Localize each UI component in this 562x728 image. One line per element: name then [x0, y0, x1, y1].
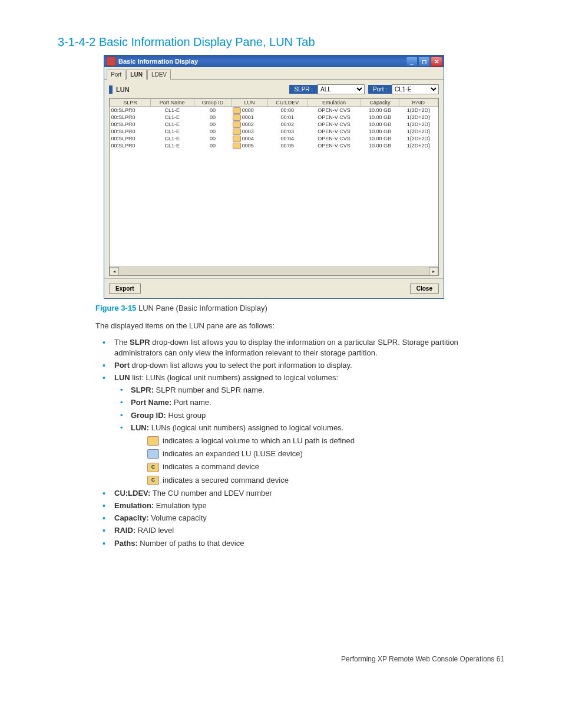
col-raid[interactable]: RAID: [399, 99, 438, 107]
bullet-list: The SLPR drop-down list allows you to di…: [95, 337, 504, 549]
cell-port: CL1-E: [151, 114, 194, 121]
cell-port: CL1-E: [151, 128, 194, 135]
cell-cap: 10.00 GB: [361, 121, 399, 128]
cell-gid: 00: [194, 114, 232, 121]
list-item: LUN list: LUNs (logical unit numbers) as…: [95, 373, 504, 486]
minimize-button[interactable]: _: [406, 57, 418, 67]
cell-cap: 10.00 GB: [361, 128, 399, 135]
cell-cap: 10.00 GB: [361, 142, 399, 149]
cell-raid: 1(2D+2D): [399, 114, 438, 121]
cell-slpr: 00:SLPR0: [110, 142, 151, 149]
port-dropdown[interactable]: CL1-E: [392, 84, 439, 94]
disk-icon: [233, 129, 241, 135]
table-row[interactable]: 00:SLPR0CL1-E00000400:04OPEN-V CVS10.00 …: [110, 135, 438, 142]
cell-port: CL1-E: [151, 107, 194, 114]
col-emulation[interactable]: Emulation: [308, 99, 361, 107]
command-device-icon: C: [147, 463, 159, 472]
scroll-left-icon[interactable]: ◂: [110, 267, 119, 276]
cell-raid: 1(2D+2D): [399, 121, 438, 128]
col-portname[interactable]: Port Name: [151, 99, 194, 107]
pane-marker: [109, 85, 113, 94]
cell-gid: 00: [194, 135, 232, 142]
tab-lun[interactable]: LUN: [126, 70, 147, 80]
cell-slpr: 00:SLPR0: [110, 107, 151, 114]
col-lun[interactable]: LUN: [232, 99, 267, 107]
lun-table: SLPR Port Name Group ID LUN CU:LDEV Emul…: [110, 98, 438, 149]
cell-gid: 00: [194, 121, 232, 128]
cell-emu: OPEN-V CVS: [308, 135, 361, 142]
luse-icon: [147, 449, 159, 459]
cell-emu: OPEN-V CVS: [308, 128, 361, 135]
table-header-row: SLPR Port Name Group ID LUN CU:LDEV Emul…: [110, 99, 438, 107]
tab-port[interactable]: Port: [107, 70, 125, 80]
list-item: Port drop-down list allows you to select…: [95, 360, 504, 371]
cell-emu: OPEN-V CVS: [308, 142, 361, 149]
list-item: CU:LDEV: The CU number and LDEV number: [95, 488, 504, 499]
list-item: Paths: Number of paths to that device: [95, 538, 504, 549]
app-icon: [107, 57, 116, 66]
pane-title: LUN: [116, 86, 130, 93]
tab-ldev[interactable]: LDEV: [147, 70, 171, 80]
figure-text: LUN Pane (Basic Information Display): [138, 304, 267, 312]
cell-culdev: 00:01: [267, 114, 307, 121]
table-row[interactable]: 00:SLPR0CL1-E00000300:03OPEN-V CVS10.00 …: [110, 128, 438, 135]
table-row[interactable]: 00:SLPR0CL1-E00000500:05OPEN-V CVS10.00 …: [110, 142, 438, 149]
close-button[interactable]: Close: [410, 284, 439, 294]
cell-slpr: 00:SLPR0: [110, 114, 151, 121]
icon-legend-text: indicates a secured command device: [163, 475, 289, 486]
icon-legend-row: indicates an expanded LU (LUSE device): [131, 449, 504, 459]
disk-icon: [233, 143, 241, 149]
cell-raid: 1(2D+2D): [399, 128, 438, 135]
icon-legend-text: indicates a command device: [163, 462, 259, 472]
col-slpr[interactable]: SLPR: [110, 99, 151, 107]
slpr-dropdown[interactable]: ALL: [318, 84, 365, 94]
table-row[interactable]: 00:SLPR0CL1-E00000200:02OPEN-V CVS10.00 …: [110, 121, 438, 128]
app-window: Basic Information Display _ ◻ ✕ Port LUN…: [104, 55, 444, 299]
list-item: Port Name: Port name.: [114, 397, 504, 408]
cell-cap: 10.00 GB: [361, 135, 399, 142]
cell-lun: 0001: [232, 114, 267, 121]
cell-raid: 1(2D+2D): [399, 135, 438, 142]
cell-culdev: 00:00: [267, 107, 307, 114]
icon-legend-row: C indicates a secured command device: [131, 475, 504, 486]
cell-lun: 0004: [232, 135, 267, 142]
disk-icon: [233, 107, 241, 114]
list-item: The SLPR drop-down list allows you to di…: [95, 337, 504, 358]
cell-emu: OPEN-V CVS: [308, 114, 361, 121]
maximize-button[interactable]: ◻: [418, 57, 430, 67]
list-item: Emulation: Emulation type: [95, 500, 504, 511]
scroll-track[interactable]: [119, 267, 429, 275]
col-groupid[interactable]: Group ID: [194, 99, 232, 107]
cell-emu: OPEN-V CVS: [308, 121, 361, 128]
horizontal-scrollbar[interactable]: ◂ ▸: [110, 266, 438, 275]
disk-icon: [233, 121, 241, 128]
table-row[interactable]: 00:SLPR0CL1-E00000100:01OPEN-V CVS10.00 …: [110, 114, 438, 121]
table-row[interactable]: 00:SLPR0CL1-E00000000:00OPEN-V CVS10.00 …: [110, 107, 438, 114]
disk-icon: [233, 114, 241, 121]
close-window-button[interactable]: ✕: [431, 57, 442, 67]
lun-table-wrap: SLPR Port Name Group ID LUN CU:LDEV Emul…: [109, 98, 439, 276]
cell-port: CL1-E: [151, 121, 194, 128]
cell-culdev: 00:03: [267, 128, 307, 135]
cell-gid: 00: [194, 107, 232, 114]
col-culdev[interactable]: CU:LDEV: [267, 99, 307, 107]
cell-gid: 00: [194, 142, 232, 149]
port-label: Port :: [368, 85, 392, 94]
cell-culdev: 00:04: [267, 135, 307, 142]
icon-legend-row: indicates a logical volume to which an L…: [131, 436, 504, 446]
cell-culdev: 00:05: [267, 142, 307, 149]
cell-cap: 10.00 GB: [361, 107, 399, 114]
cell-lun: 0003: [232, 128, 267, 135]
cell-lun: 0002: [232, 121, 267, 128]
scroll-right-icon[interactable]: ▸: [429, 267, 438, 276]
export-button[interactable]: Export: [109, 284, 141, 294]
icon-legend-text: indicates a logical volume to which an L…: [163, 436, 355, 446]
sub-list: SLPR: SLPR number and SLPR name. Port Na…: [114, 385, 504, 486]
cell-culdev: 00:02: [267, 121, 307, 128]
cell-slpr: 00:SLPR0: [110, 135, 151, 142]
cell-emu: OPEN-V CVS: [308, 107, 361, 114]
col-capacity[interactable]: Capacity: [361, 99, 399, 107]
tab-bar: Port LUN LDEV: [104, 67, 444, 80]
page-footer: Performing XP Remote Web Console Operati…: [58, 655, 504, 663]
pane-header: LUN SLPR : ALL Port : CL1-E: [104, 80, 444, 97]
